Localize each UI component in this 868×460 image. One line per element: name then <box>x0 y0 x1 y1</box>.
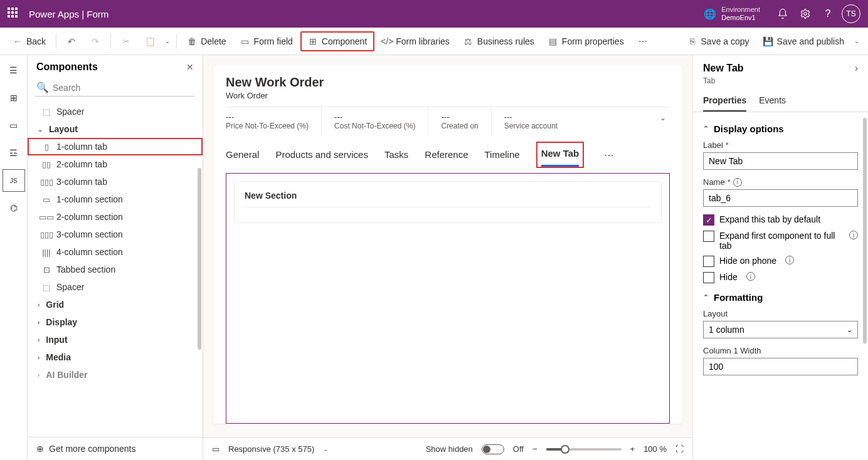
overflow-button[interactable]: ⋯ <box>632 33 654 50</box>
props-subtitle: Tab <box>693 76 868 90</box>
checkbox-expand-default[interactable]: ✓Expand this tab by default <box>703 214 858 226</box>
tree-item-1col-section[interactable]: ▭1-column section <box>28 191 203 208</box>
info-icon[interactable]: i <box>785 256 794 264</box>
back-button[interactable]: ←Back <box>6 33 52 50</box>
tree-item-spacer[interactable]: ⬚Spacer <box>28 103 203 120</box>
tree-group-input[interactable]: ›Input <box>28 331 203 348</box>
tab-new-highlight: New Tab <box>536 142 585 168</box>
tab-content[interactable]: New Section <box>226 173 670 424</box>
tab-timeline[interactable]: Timeline <box>485 144 520 166</box>
tree-item-3col-section[interactable]: ▯▯▯3-column section <box>28 226 203 243</box>
paste-icon: 📋 <box>145 36 155 46</box>
user-avatar[interactable]: TS <box>842 4 860 23</box>
search-input[interactable] <box>53 83 194 93</box>
checkbox-hide[interactable]: Hide i <box>703 272 858 283</box>
tree-item-1col-tab[interactable]: ▯1-column tab <box>28 138 203 155</box>
help-icon[interactable]: ? <box>817 3 839 25</box>
chevron-down-icon[interactable]: ⌄ <box>323 446 328 452</box>
tree-item-4col-section[interactable]: ||||4-column section <box>28 243 203 261</box>
close-panel-icon[interactable]: ✕ <box>186 62 194 72</box>
component-tree: ⬚Spacer ⌄Layout ▯1-column tab ▯▯2-column… <box>28 100 203 437</box>
zoom-out-icon[interactable]: − <box>532 444 537 454</box>
tab-general[interactable]: General <box>226 144 259 166</box>
tree-group-layout[interactable]: ⌄Layout <box>28 120 203 138</box>
app-title: Power Apps | Form <box>29 9 109 19</box>
environment-picker[interactable]: 🌐 Environment DemoEnv1 <box>704 6 760 22</box>
save-copy-icon: ⎘ <box>687 36 697 46</box>
undo-button[interactable]: ↶ <box>60 33 83 50</box>
save-publish-button[interactable]: 💾Save and publish <box>757 33 850 50</box>
form-properties-button[interactable]: ▤Form properties <box>542 33 630 50</box>
save-copy-button[interactable]: ⎘Save a copy <box>681 33 756 50</box>
form-libraries-button[interactable]: </>Form libraries <box>376 33 456 50</box>
tab-products[interactable]: Products and services <box>275 144 368 166</box>
paste-dropdown[interactable]: ⌄ <box>162 38 172 44</box>
form-section[interactable]: New Section <box>234 181 662 223</box>
settings-icon[interactable] <box>794 3 817 25</box>
delete-icon: 🗑 <box>187 36 197 46</box>
tree-group-media[interactable]: ›Media <box>28 348 203 366</box>
tab-new[interactable]: New Tab <box>541 143 580 167</box>
tabs-overflow-icon[interactable]: ⋯ <box>600 145 618 165</box>
header-field[interactable]: ---Created on <box>441 107 491 135</box>
scrollbar[interactable] <box>863 118 867 343</box>
tree-item-spacer2[interactable]: ⬚Spacer <box>28 278 203 296</box>
tree-item-2col-section[interactable]: ▭▭2-column section <box>28 208 203 226</box>
field-icon[interactable]: ▭ <box>3 114 25 137</box>
notifications-icon[interactable] <box>771 3 794 25</box>
section-formatting[interactable]: ⌃Formatting <box>703 292 858 303</box>
get-more-components[interactable]: ⊕Get more components <box>28 437 203 460</box>
app-launcher-icon[interactable] <box>8 8 20 20</box>
search-box[interactable]: 🔍 <box>35 79 195 97</box>
chevron-down-icon: ⌄ <box>38 126 43 133</box>
redo-button[interactable]: ↷ <box>84 33 107 50</box>
component-button[interactable]: ⊞Component <box>300 31 374 51</box>
header-field[interactable]: ---Cost Not-To-Exceed (%) <box>334 107 428 135</box>
save-publish-dropdown[interactable]: ⌄ <box>852 38 862 44</box>
label-input[interactable] <box>703 152 858 170</box>
tree-icon[interactable]: ⊞ <box>3 86 25 109</box>
cut-button[interactable]: ✂ <box>115 33 137 50</box>
tree-group-display[interactable]: ›Display <box>28 313 203 331</box>
info-icon[interactable]: i <box>849 231 858 239</box>
layout-select[interactable]: 1 column⌄ <box>703 321 858 338</box>
zoom-slider[interactable] <box>546 448 622 451</box>
header-chevron-icon[interactable]: ⌄ <box>660 113 666 122</box>
tree-item-3col-tab[interactable]: ▯▯▯3-column tab <box>28 173 203 191</box>
back-icon: ← <box>13 36 23 46</box>
tab-tasks[interactable]: Tasks <box>384 144 408 166</box>
header-field[interactable]: ---Service account <box>504 107 570 135</box>
info-icon[interactable]: i <box>733 178 742 187</box>
props-tab-events[interactable]: Events <box>759 90 786 112</box>
header-fields: ---Price Not-To-Exceed (%) ---Cost Not-T… <box>226 107 670 135</box>
checkbox-hide-phone[interactable]: Hide on phone i <box>703 256 858 267</box>
delete-button[interactable]: 🗑Delete <box>181 33 232 50</box>
responsive-label[interactable]: Responsive (735 x 575) <box>228 444 314 454</box>
environment-name: DemoEnv1 <box>721 14 760 22</box>
show-hidden-toggle[interactable] <box>482 444 504 454</box>
chevron-right-icon[interactable]: › <box>855 63 858 74</box>
flow-icon[interactable]: ⌬ <box>3 197 25 219</box>
spacer-icon: ⬚ <box>41 107 51 117</box>
tree-group-grid[interactable]: ›Grid <box>28 296 203 313</box>
name-input[interactable] <box>703 189 858 207</box>
form-field-button[interactable]: ▭Form field <box>234 33 299 50</box>
paste-button[interactable]: 📋 <box>139 33 161 50</box>
tree-group-aibuilder[interactable]: ›AI Builder <box>28 366 203 384</box>
business-rules-button[interactable]: ⚖Business rules <box>457 33 541 50</box>
hamburger-icon[interactable]: ☰ <box>3 59 25 81</box>
layers-icon[interactable]: ☲ <box>3 142 25 164</box>
tree-item-tabbed-section[interactable]: ⊡Tabbed section <box>28 261 203 278</box>
props-tab-properties[interactable]: Properties <box>703 90 746 112</box>
fit-icon[interactable]: ⛶ <box>675 444 684 454</box>
info-icon[interactable]: i <box>746 272 755 281</box>
tab-reference[interactable]: Reference <box>425 144 468 166</box>
zoom-in-icon[interactable]: + <box>630 444 635 454</box>
section-display-options[interactable]: ⌃Display options <box>703 123 858 134</box>
checkbox-expand-first[interactable]: Expand first component to full tabi <box>703 231 858 251</box>
col1-width-input[interactable] <box>703 358 858 375</box>
header-field[interactable]: ---Price Not-To-Exceed (%) <box>226 107 322 135</box>
js-icon[interactable]: JS <box>3 169 25 192</box>
tree-item-2col-tab[interactable]: ▯▯2-column tab <box>28 155 203 173</box>
scrollbar[interactable] <box>198 168 201 350</box>
